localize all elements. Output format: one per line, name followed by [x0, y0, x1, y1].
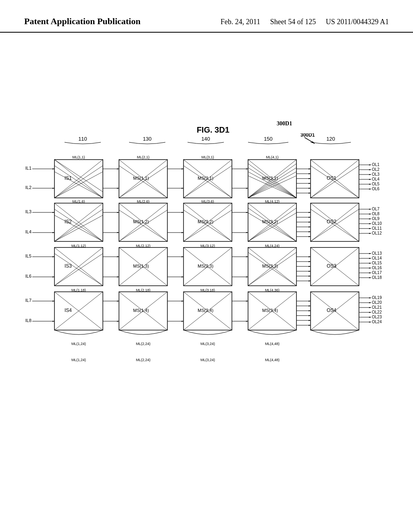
svg-text:IL2: IL2 — [25, 185, 31, 190]
svg-text:OL15: OL15 — [372, 261, 382, 265]
svg-text:IS1: IS1 — [65, 175, 72, 181]
svg-text:IL5: IL5 — [25, 254, 31, 258]
svg-text:140: 140 — [201, 136, 210, 142]
svg-text:OL4: OL4 — [372, 177, 380, 181]
svg-text:MS(2,4): MS(2,4) — [198, 308, 213, 313]
svg-text:ML(1,12): ML(1,12) — [71, 244, 86, 248]
svg-text:ML(1,24): ML(1,24) — [71, 358, 86, 362]
svg-text:OL12: OL12 — [372, 231, 382, 235]
pub-date: Feb. 24, 2011 — [221, 16, 260, 28]
diagram-area: FIG. 3D1 300D1 110 130 140 150 120 300D1 — [0, 33, 413, 520]
svg-text:OL3: OL3 — [372, 172, 380, 177]
svg-text:ML(2,24): ML(2,24) — [136, 358, 150, 362]
svg-text:OL14: OL14 — [372, 256, 382, 260]
svg-text:MS(3,4): MS(3,4) — [262, 308, 278, 313]
svg-text:ML(4,24): ML(4,24) — [265, 244, 280, 248]
patent-number: US 2011/0044329 A1 — [326, 16, 389, 28]
svg-text:IL3: IL3 — [25, 209, 31, 214]
svg-text:ML(3,6): ML(3,6) — [201, 200, 214, 204]
svg-text:MS(2,3): MS(2,3) — [198, 264, 213, 268]
svg-text:ML(1,6): ML(1,6) — [72, 200, 85, 204]
svg-text:OL17: OL17 — [372, 270, 382, 275]
svg-text:OL22: OL22 — [372, 310, 382, 314]
svg-text:OL2: OL2 — [372, 167, 380, 172]
svg-text:IS2: IS2 — [65, 219, 72, 224]
svg-text:OL18: OL18 — [372, 275, 382, 280]
svg-text:ML(3,24): ML(3,24) — [200, 342, 215, 346]
svg-text:ML(4,36): ML(4,36) — [265, 288, 280, 292]
svg-text:OL23: OL23 — [372, 315, 382, 319]
svg-text:ML(2,1): ML(2,1) — [137, 155, 149, 159]
svg-text:ML(4,1): ML(4,1) — [266, 155, 278, 159]
svg-text:OL24: OL24 — [372, 320, 382, 324]
svg-text:ML(2,18): ML(2,18) — [136, 288, 150, 292]
svg-text:OL16: OL16 — [372, 266, 382, 270]
svg-text:IL6: IL6 — [25, 274, 31, 278]
svg-text:IL1: IL1 — [25, 166, 31, 170]
svg-text:ML(2,12): ML(2,12) — [136, 244, 150, 248]
svg-text:OL1: OL1 — [372, 162, 380, 167]
svg-text:IL7: IL7 — [25, 298, 31, 303]
svg-text:OL7: OL7 — [372, 207, 380, 211]
svg-text:ML(2,24): ML(2,24) — [136, 342, 150, 346]
svg-text:150: 150 — [264, 136, 273, 142]
svg-text:300D1: 300D1 — [300, 133, 315, 138]
svg-line-8 — [305, 137, 315, 143]
svg-text:ML(3,24): ML(3,24) — [200, 358, 215, 362]
svg-text:IS4: IS4 — [65, 308, 72, 313]
main-diagram: 110 130 140 150 120 300D1 IL1 IL2 IL3 IL… — [20, 133, 391, 383]
svg-text:110: 110 — [78, 136, 87, 142]
svg-text:OL13: OL13 — [372, 251, 382, 256]
sheet-number: Sheet 54 of 125 — [270, 16, 316, 28]
svg-text:120: 120 — [326, 136, 335, 142]
publication-title: Patent Application Publication — [24, 16, 213, 27]
svg-text:ML(4,48): ML(4,48) — [265, 358, 280, 362]
svg-text:MS(1,4): MS(1,4) — [133, 308, 149, 313]
svg-text:IS3: IS3 — [65, 263, 72, 269]
svg-text:OL21: OL21 — [372, 305, 382, 310]
svg-text:ML(3,18): ML(3,18) — [200, 288, 215, 292]
svg-text:MS(1,3): MS(1,3) — [133, 264, 149, 268]
svg-text:OL10: OL10 — [372, 221, 382, 226]
svg-text:OL20: OL20 — [372, 300, 382, 305]
svg-text:OL9: OL9 — [372, 216, 380, 221]
svg-text:ML(4,48): ML(4,48) — [265, 342, 280, 346]
svg-text:ML(4,12): ML(4,12) — [265, 200, 280, 204]
svg-text:ML(3,12): ML(3,12) — [200, 244, 215, 248]
svg-text:OL11: OL11 — [372, 226, 382, 231]
ref-label: 300D1 — [277, 121, 292, 127]
svg-text:ML(1,24): ML(1,24) — [71, 342, 86, 346]
header-info: Feb. 24, 2011 Sheet 54 of 125 US 2011/00… — [213, 16, 389, 28]
page-header: Patent Application Publication Feb. 24, … — [0, 0, 413, 33]
svg-text:ML(1,1): ML(1,1) — [72, 155, 85, 159]
svg-text:130: 130 — [143, 136, 152, 142]
svg-text:ML(2,6): ML(2,6) — [137, 200, 149, 204]
svg-text:ML(3,1): ML(3,1) — [201, 155, 214, 159]
svg-text:OL5: OL5 — [372, 182, 380, 186]
svg-text:OL6: OL6 — [372, 187, 380, 191]
svg-text:IL4: IL4 — [25, 229, 31, 234]
svg-text:OL19: OL19 — [372, 295, 382, 300]
svg-text:OL8: OL8 — [372, 212, 380, 216]
svg-text:IL8: IL8 — [25, 318, 31, 323]
svg-text:ML(1,18): ML(1,18) — [71, 288, 86, 292]
